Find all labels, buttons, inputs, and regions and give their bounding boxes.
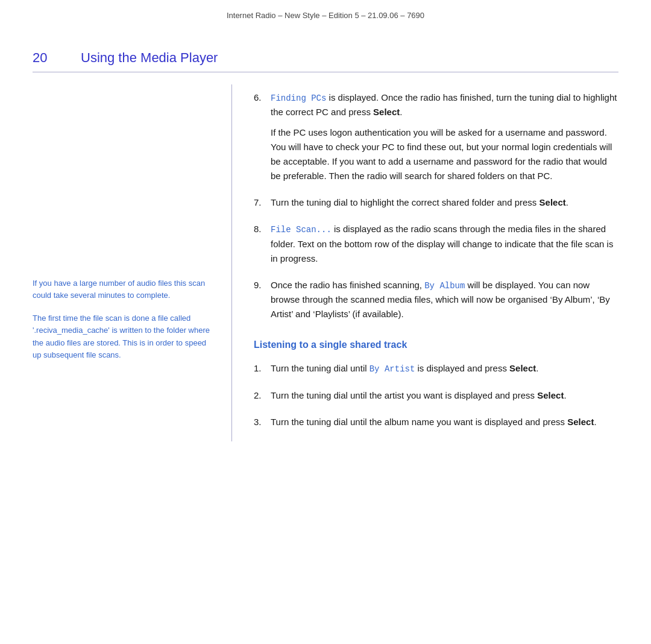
- sub-list-number-1: 1.: [254, 361, 271, 376]
- main-list: 6. Finding PCs is displayed. Once the ra…: [254, 90, 618, 321]
- sidebar: If you have a large number of audio file…: [33, 84, 231, 441]
- sub-list-item-1: 1. Turn the tuning dial until By Artist …: [254, 361, 618, 376]
- sub-list-1-para: Turn the tuning dial until By Artist is …: [271, 361, 618, 376]
- sub-list: 1. Turn the tuning dial until By Artist …: [254, 361, 618, 429]
- list-8-para: File Scan... is displayed as the radio s…: [271, 222, 618, 265]
- sidebar-note-2: The first time the file scan is done a f…: [33, 312, 213, 361]
- by-artist-display: By Artist: [370, 364, 415, 374]
- page-layout: 20 Using the Media Player If you have a …: [0, 26, 651, 441]
- list-text-6: Finding PCs is displayed. Once the radio…: [271, 90, 618, 183]
- finding-pcs-display: Finding PCs: [271, 93, 326, 103]
- list-number-8: 8.: [254, 222, 271, 265]
- sub-list-number-2: 2.: [254, 388, 271, 403]
- list-text-9: Once the radio has finished scanning, By…: [271, 278, 618, 321]
- list-text-7: Turn the tuning dial to highlight the co…: [271, 195, 618, 210]
- list-number-6: 6.: [254, 90, 271, 183]
- subheading: Listening to a single shared track: [254, 339, 618, 350]
- chapter-number: 20: [33, 50, 81, 66]
- sidebar-note-1: If you have a large number of audio file…: [33, 277, 213, 301]
- list-6-para-2: If the PC uses logon authentication you …: [271, 125, 618, 183]
- chapter-title: Using the Media Player: [81, 50, 218, 66]
- list-item-8: 8. File Scan... is displayed as the radi…: [254, 222, 618, 265]
- chapter-divider: [33, 72, 618, 72]
- list-item-7: 7. Turn the tuning dial to highlight the…: [254, 195, 618, 210]
- sub-list-text-2: Turn the tuning dial until the artist yo…: [271, 388, 618, 403]
- page-header: Internet Radio – New Style – Edition 5 –…: [0, 0, 651, 26]
- list-text-8: File Scan... is displayed as the radio s…: [271, 222, 618, 265]
- by-album-display: By Album: [424, 281, 465, 291]
- content-area: If you have a large number of audio file…: [33, 84, 618, 441]
- list-6-para-1: Finding PCs is displayed. Once the radio…: [271, 90, 618, 119]
- list-item-6: 6. Finding PCs is displayed. Once the ra…: [254, 90, 618, 183]
- main-content: 6. Finding PCs is displayed. Once the ra…: [231, 84, 618, 441]
- sub-list-2-para: Turn the tuning dial until the artist yo…: [271, 388, 618, 403]
- header-text: Internet Radio – New Style – Edition 5 –…: [227, 11, 424, 20]
- list-7-para: Turn the tuning dial to highlight the co…: [271, 195, 618, 210]
- sub-list-text-3: Turn the tuning dial until the album nam…: [271, 415, 618, 429]
- file-scan-display: File Scan...: [271, 225, 332, 235]
- list-number-9: 9.: [254, 278, 271, 321]
- list-item-9: 9. Once the radio has finished scanning,…: [254, 278, 618, 321]
- list-number-7: 7.: [254, 195, 271, 210]
- chapter-header: 20 Using the Media Player: [33, 26, 618, 72]
- sub-list-item-2: 2. Turn the tuning dial until the artist…: [254, 388, 618, 403]
- list-9-para: Once the radio has finished scanning, By…: [271, 278, 618, 321]
- sub-list-item-3: 3. Turn the tuning dial until the album …: [254, 415, 618, 429]
- sub-list-text-1: Turn the tuning dial until By Artist is …: [271, 361, 618, 376]
- sub-list-3-para: Turn the tuning dial until the album nam…: [271, 415, 618, 429]
- sub-list-number-3: 3.: [254, 415, 271, 429]
